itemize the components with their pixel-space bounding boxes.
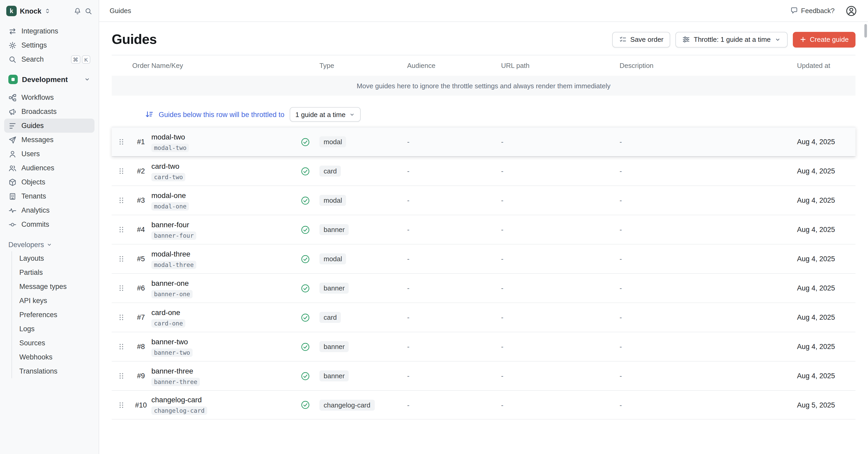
sidebar-item-label: Message types: [19, 283, 67, 290]
developers-section-toggle[interactable]: Developers: [4, 238, 94, 251]
account-avatar[interactable]: [845, 4, 858, 17]
sidebar-item-tenants[interactable]: Tenants: [4, 189, 94, 203]
main-area: Guides Feedback? Guides: [99, 0, 868, 454]
notifications-bell-icon[interactable]: [73, 7, 82, 15]
drag-handle-icon[interactable]: [112, 343, 130, 350]
type-cell: changelog-card: [319, 399, 407, 410]
sidebar-item-audiences[interactable]: Audiences: [4, 161, 94, 175]
drag-handle-icon[interactable]: [112, 196, 130, 204]
drag-handle-icon[interactable]: [112, 138, 130, 146]
order-number: #6: [130, 284, 151, 292]
knock-logo[interactable]: k: [6, 6, 17, 16]
guide-name-cell: changelog-cardchangelog-card: [151, 395, 301, 415]
sidebar-item-analytics[interactable]: Analytics: [4, 203, 94, 217]
sidebar-item-messages[interactable]: Messages: [4, 133, 94, 147]
sidebar-item-partials[interactable]: Partials: [12, 265, 94, 280]
sidebar-item-objects[interactable]: Objects: [4, 175, 94, 189]
broadcasts-icon: [8, 107, 17, 116]
throttle-dropdown[interactable]: Throttle: 1 guide at a time: [675, 32, 787, 47]
page-title: Guides: [112, 31, 157, 48]
environment-icon: [8, 75, 18, 84]
table-row[interactable]: #6 banner-onebanner-one banner - - - Aug…: [112, 273, 856, 303]
type-cell: banner: [319, 370, 407, 381]
throttle-divider: Guides below this row will be throttled …: [112, 106, 856, 123]
updated-at-cell: Aug 4, 2025: [797, 284, 856, 292]
sidebar-item-api-keys[interactable]: API keys: [12, 293, 94, 308]
sidebar-item-label: Messages: [22, 136, 54, 144]
order-number: #3: [130, 196, 151, 204]
sidebar-item-message-types[interactable]: Message types: [12, 280, 94, 293]
sidebar-item-label: Translations: [19, 367, 57, 375]
sidebar-item-logs[interactable]: Logs: [12, 322, 94, 336]
drag-handle-icon[interactable]: [112, 401, 130, 409]
url-path-cell: -: [501, 196, 620, 204]
guide-key: changelog-card: [151, 406, 207, 415]
table-row[interactable]: #3 modal-onemodal-one modal - - - Aug 4,…: [112, 186, 856, 215]
description-cell: -: [620, 343, 797, 350]
settings-gear-icon: [8, 41, 17, 49]
sidebar-item-preferences[interactable]: Preferences: [12, 308, 94, 322]
guide-name-cell: modal-threemodal-three: [151, 249, 301, 269]
sidebar-item-users[interactable]: Users: [4, 147, 94, 161]
drag-handle-icon[interactable]: [112, 372, 130, 380]
guide-name-cell: card-onecard-one: [151, 308, 301, 327]
updated-at-cell: Aug 4, 2025: [797, 167, 856, 175]
drag-handle-icon[interactable]: [112, 284, 130, 292]
sidebar-item-broadcasts[interactable]: Broadcasts: [4, 105, 94, 119]
search-icon[interactable]: [85, 7, 92, 15]
type-cell: card: [319, 312, 407, 323]
throttle-amount-select[interactable]: 1 guide at a time: [290, 107, 361, 122]
updated-at-cell: Aug 4, 2025: [797, 226, 856, 233]
throttle-divider-link[interactable]: Guides below this row will be throttled …: [159, 111, 284, 118]
sidebar-item-layouts[interactable]: Layouts: [12, 251, 94, 265]
feedback-button[interactable]: Feedback?: [787, 5, 838, 17]
column-header-type: Type: [319, 62, 407, 69]
sort-descending-icon: [145, 110, 153, 119]
sidebar-item-integrations[interactable]: Integrations: [4, 24, 94, 38]
sidebar-header: k Knock: [0, 0, 99, 22]
table-row[interactable]: #8 banner-twobanner-two banner - - - Aug…: [112, 332, 856, 361]
scrollbar-thumb[interactable]: [864, 24, 867, 38]
sidebar-item-workflows[interactable]: Workflows: [4, 90, 94, 105]
sidebar-item-settings[interactable]: Settings: [4, 38, 94, 52]
sidebar-item-translations[interactable]: Translations: [12, 364, 94, 378]
environment-switcher[interactable]: Development: [4, 72, 94, 87]
sidebar-item-search[interactable]: Search ⌘ K: [4, 52, 94, 66]
search-shortcut: ⌘ K: [71, 55, 90, 63]
table-row[interactable]: #1 modal-twomodal-two modal - - - Aug 4,…: [112, 127, 856, 156]
drag-handle-icon[interactable]: [112, 255, 130, 263]
status-check-icon: [301, 166, 319, 176]
topbar: Guides Feedback?: [99, 0, 868, 22]
sidebar-item-webhooks[interactable]: Webhooks: [12, 350, 94, 364]
sidebar-item-commits[interactable]: Commits: [4, 217, 94, 231]
type-badge: changelog-card: [319, 399, 374, 410]
sidebar-item-label: Objects: [22, 178, 45, 186]
guide-name-cell: modal-twomodal-two: [151, 132, 301, 152]
save-order-button[interactable]: Save order: [612, 32, 670, 47]
table-row[interactable]: #5 modal-threemodal-three modal - - - Au…: [112, 244, 856, 273]
table-row[interactable]: #7 card-onecard-one card - - - Aug 4, 20…: [112, 303, 856, 332]
table-row[interactable]: #2 card-twocard-two card - - - Aug 4, 20…: [112, 156, 856, 186]
order-number: #7: [130, 313, 151, 321]
sidebar-item-label: Guides: [22, 122, 44, 130]
url-path-cell: -: [501, 372, 620, 380]
sidebar-item-label: Partials: [19, 268, 43, 276]
order-number: #4: [130, 226, 151, 233]
workspace-switcher-icon[interactable]: [44, 8, 51, 14]
updated-at-cell: Aug 5, 2025: [797, 401, 856, 409]
drag-handle-icon[interactable]: [112, 167, 130, 175]
drag-handle-icon[interactable]: [112, 313, 130, 321]
url-path-cell: -: [501, 343, 620, 350]
feedback-label: Feedback?: [801, 7, 835, 15]
create-guide-button[interactable]: Create guide: [793, 32, 856, 47]
table-row[interactable]: #4 banner-fourbanner-four banner - - - A…: [112, 215, 856, 244]
sidebar-item-label: Sources: [19, 339, 45, 347]
sidebar-item-label: API keys: [19, 297, 47, 305]
drag-handle-icon[interactable]: [112, 226, 130, 233]
table-row[interactable]: #10 changelog-cardchangelog-card changel…: [112, 390, 856, 420]
table-row[interactable]: #9 banner-threebanner-three banner - - -…: [112, 361, 856, 390]
sidebar-item-guides[interactable]: Guides: [4, 119, 94, 133]
building-icon: [8, 192, 17, 200]
sidebar-item-sources[interactable]: Sources: [12, 336, 94, 350]
immediate-render-drop-zone[interactable]: Move guides here to ignore the throttle …: [112, 76, 856, 95]
